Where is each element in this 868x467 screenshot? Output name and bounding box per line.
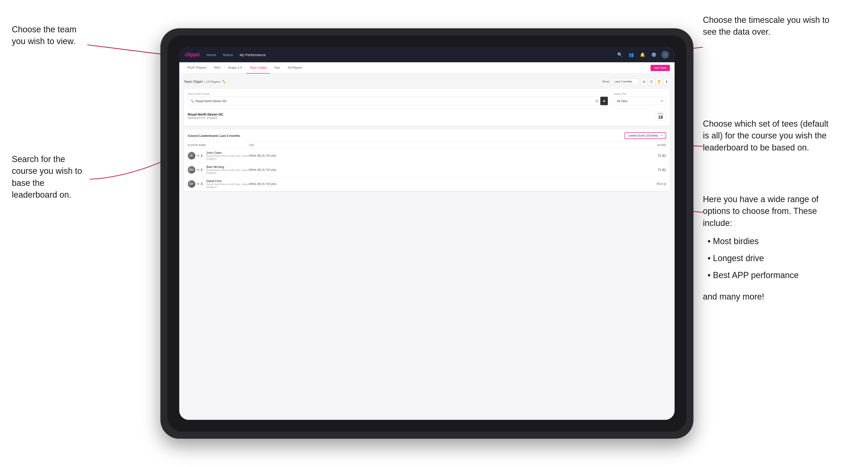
heart-icon-2[interactable]: ♥ [197, 168, 199, 172]
col-score-header: SCORE [628, 144, 666, 147]
main-content: Team Clippd | 14 Players ✏️ Show: Last 3… [179, 73, 675, 420]
nav-pga[interactable]: PGA [211, 62, 224, 73]
player-info-2: BM ♥ 1 Blair McHarg Royal North Devon Go… [188, 165, 249, 174]
nav-team-clippd[interactable]: Team Clippd [246, 62, 270, 73]
holes-box: Holes 18 [655, 111, 666, 121]
col-tee-header: TEE [249, 144, 628, 147]
view-icons: ⊞ ☰ 🏆 ⬇ [641, 78, 670, 85]
search-icon-small: 🔍 [190, 99, 194, 103]
course-name: Royal North Devon GC [188, 113, 223, 116]
tee-group: Select Tee All Tees ▼ [614, 92, 666, 105]
course-result-info: Royal North Devon GC Westward Ho!, Engla… [188, 113, 223, 120]
player-name-3: David Ford [206, 179, 249, 183]
nav-tour[interactable]: Tour [271, 62, 283, 73]
player-avatar-3: DF [188, 180, 195, 188]
player-club-1: Royal North Devon Golf Club, United King… [206, 154, 249, 160]
star-button[interactable]: ★ [600, 97, 608, 105]
score-selector-label: Lowest Score (18 holes) [628, 134, 658, 137]
grid-view-icon[interactable]: ⊞ [641, 78, 647, 85]
nav-teams[interactable]: Teams [223, 53, 233, 57]
course-location: Westward Ho!, England [188, 116, 223, 120]
player-name-group-3: David Ford Royal North Devon Golf Club, … [206, 179, 249, 188]
nav-my-performance[interactable]: My Performance [240, 53, 266, 57]
player-score-2: 72 (E) [628, 168, 666, 172]
search-group: Find a Golf Course 🔍 × ★ [188, 92, 611, 105]
search-input-wrap: 🔍 × ★ [188, 97, 611, 105]
annotation-top-right: Choose the timescale you wish to see the… [703, 14, 835, 38]
trophy-icon[interactable]: 🏆 [656, 78, 662, 85]
player-info-1: JC ♥ 1 Josh Coles Royal North Devon Golf… [188, 151, 249, 160]
team-name: Team Clippd [184, 80, 203, 84]
people-icon[interactable]: 👥 [627, 51, 635, 59]
player-avatar-1: JC [188, 152, 195, 159]
download-icon[interactable]: ⬇ [663, 78, 670, 85]
player-row-2: BM ♥ 1 Blair McHarg Royal North Devon Go… [184, 163, 670, 177]
rank-1: 1 [201, 154, 205, 157]
annotation-middle-left: Search for the course you wish to base t… [12, 153, 92, 201]
show-label: Show: [602, 80, 610, 83]
tablet-inner: clippd Home Teams My Performance 🔍 👥 🔔 ⚙… [167, 35, 686, 432]
tablet-device: clippd Home Teams My Performance 🔍 👥 🔔 ⚙… [160, 28, 693, 439]
player-row: JC ♥ 1 Josh Coles Royal North Devon Golf… [184, 149, 670, 163]
nav-icons: 🔍 👥 🔔 ⚙️ 👤 [616, 51, 669, 59]
add-team-button[interactable]: Add Team [651, 65, 670, 71]
course-result: Royal North Devon GC Westward Ho!, Engla… [188, 108, 666, 122]
nav-home[interactable]: Home [207, 53, 216, 57]
secondary-nav: PGAT Players PGA Hcaps 1-5 Team Clippd T… [179, 62, 675, 73]
player-tee-1: White (M) (6,744 yds) [249, 154, 628, 157]
annotation-options: Here you have a wide range of options to… [703, 193, 835, 303]
leaderboard-columns: PLAYER NAME TEE SCORE [184, 142, 670, 149]
avatar-img-2: BM [188, 166, 195, 174]
bell-icon[interactable]: 🔔 [639, 51, 646, 59]
player-name-group-2: Blair McHarg Royal North Devon Golf Club… [206, 165, 249, 174]
score-selector-button[interactable]: Lowest Score (18 holes) ▼ [625, 132, 666, 139]
leaderboard-title: Course Leaderboard, Last 3 months [188, 134, 240, 137]
avatar-img-3: DF [188, 180, 195, 188]
settings-icon[interactable]: ⚙️ [650, 51, 658, 59]
player-name-1: Josh Coles [206, 151, 249, 154]
screen-content: clippd Home Teams My Performance 🔍 👥 🔔 ⚙… [179, 47, 675, 420]
player-club-3: Royal North Devon Golf Club, United King… [206, 183, 249, 188]
nav-logo: clippd [185, 52, 199, 58]
nav-bar: clippd Home Teams My Performance 🔍 👥 🔔 ⚙… [179, 47, 675, 62]
show-select[interactable]: Last 3 months Last month Last 6 months L… [612, 79, 638, 85]
nav-hcaps[interactable]: Hcaps 1-5 [225, 62, 245, 73]
rank-2: 1 [201, 168, 205, 172]
player-score-3: 73 (+1) [628, 182, 666, 186]
course-search-input[interactable] [195, 99, 594, 103]
holes-label: Holes [657, 112, 663, 115]
nav-all-players[interactable]: All Players [284, 62, 305, 73]
heart-icon-1[interactable]: ♥ [197, 154, 199, 157]
chevron-down-icon: ▼ [660, 134, 663, 137]
user-avatar[interactable]: 👤 [661, 51, 669, 59]
player-name-2: Blair McHarg [206, 165, 249, 168]
player-row-3: DF ♥ 3 David Ford Royal North Devon Golf… [184, 177, 670, 191]
nav-pgat[interactable]: PGAT Players [184, 62, 210, 73]
player-info-3: DF ♥ 3 David Ford Royal North Devon Golf… [188, 179, 249, 188]
tee-select[interactable]: All Tees ▼ [614, 97, 666, 105]
search-row: Find a Golf Course 🔍 × ★ Select Tee [188, 92, 666, 105]
chevron-down-icon: ▼ [660, 99, 663, 103]
search-icon[interactable]: 🔍 [616, 51, 624, 59]
search-clear-button[interactable]: × [595, 99, 599, 103]
col-player-header: PLAYER NAME [188, 144, 249, 147]
leaderboard-header: Course Leaderboard, Last 3 months Lowest… [184, 129, 670, 142]
player-club-2: Royal North Devon Golf Club, United King… [206, 168, 249, 174]
player-name-group-1: Josh Coles Royal North Devon Golf Club, … [206, 151, 249, 160]
heart-icon-3[interactable]: ♥ [197, 182, 199, 186]
holes-value: 18 [658, 115, 663, 120]
player-avatar-2: BM [188, 166, 195, 174]
team-title-group: Team Clippd | 14 Players ✏️ [184, 80, 226, 84]
player-count: | 14 Players [204, 80, 220, 84]
annotation-top-left: Choose the team you wish to view. [12, 24, 87, 48]
leaderboard-card: Course Leaderboard, Last 3 months Lowest… [184, 129, 670, 191]
player-score-1: 72 (E) [628, 154, 666, 157]
search-card: Find a Golf Course 🔍 × ★ Select Tee [184, 89, 670, 126]
edit-icon[interactable]: ✏️ [222, 80, 226, 84]
player-tee-3: White (M) (6,744 yds) [249, 182, 628, 186]
team-header: Team Clippd | 14 Players ✏️ Show: Last 3… [184, 78, 670, 85]
tee-value: All Tees [617, 99, 627, 103]
rank-3: 3 [201, 182, 205, 186]
list-view-icon[interactable]: ☰ [648, 78, 655, 85]
avatar-img-1: JC [188, 152, 195, 159]
